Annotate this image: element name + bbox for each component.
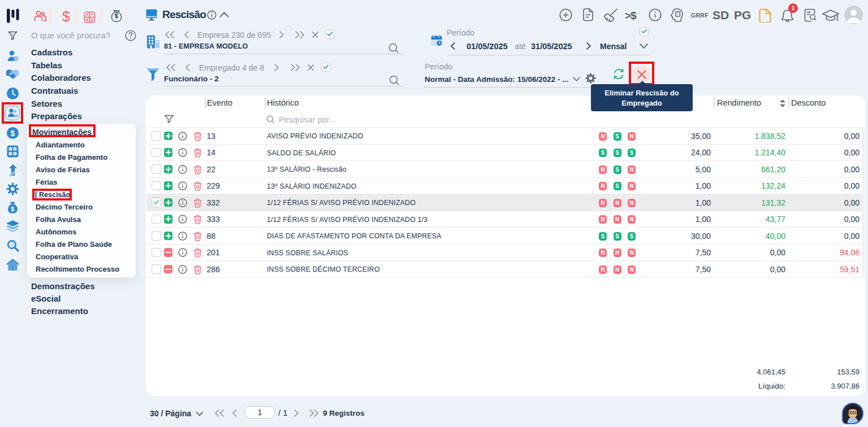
svg-text:$: $ [11,129,15,138]
svg-text:$: $ [11,206,14,212]
